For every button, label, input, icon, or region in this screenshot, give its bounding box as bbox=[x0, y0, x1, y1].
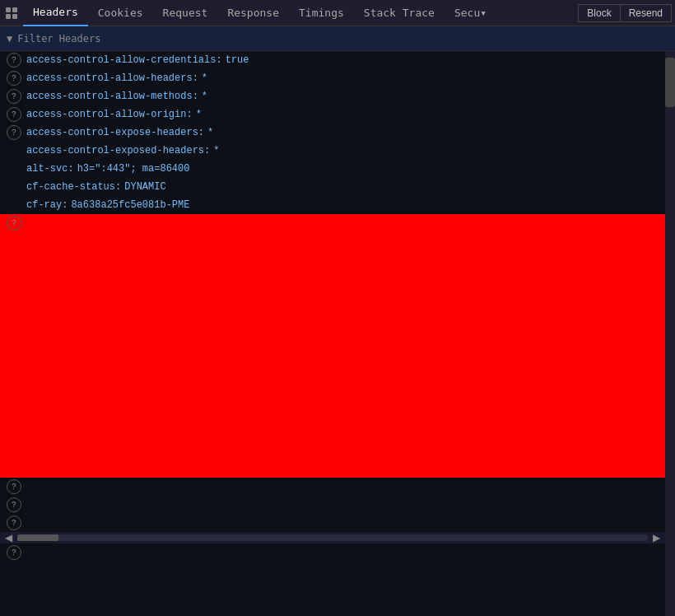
header-row: ? access-control-expose-headers: * bbox=[0, 124, 675, 142]
help-icon[interactable]: ? bbox=[7, 479, 21, 494]
tab-response[interactable]: Response bbox=[217, 0, 289, 26]
filter-label: Filter Headers bbox=[17, 33, 100, 44]
help-icon[interactable]: ? bbox=[7, 107, 21, 122]
header-row: ? bbox=[0, 478, 675, 496]
resend-button[interactable]: Resend bbox=[620, 4, 672, 22]
svg-rect-0 bbox=[6, 7, 11, 12]
scroll-right-button[interactable]: ▶ bbox=[648, 530, 665, 545]
header-row: ? access-control-allow-origin: * bbox=[0, 105, 675, 124]
help-icon[interactable]: ? bbox=[7, 125, 21, 140]
header-row: ? bbox=[0, 496, 675, 514]
tab-request[interactable]: Request bbox=[153, 0, 218, 26]
svg-rect-1 bbox=[12, 7, 17, 12]
headers-content[interactable]: ? access-control-allow-credentials: true… bbox=[0, 51, 675, 616]
vertical-scrollbar[interactable] bbox=[665, 51, 675, 616]
red-overlay-container: ? ? ? ? bbox=[0, 214, 675, 532]
tab-stack-trace[interactable]: Stack Trace bbox=[354, 0, 445, 26]
tab-actions: Block Resend bbox=[578, 4, 672, 22]
header-row: ? access-control-allow-headers: * bbox=[0, 69, 675, 87]
tab-security[interactable]: Secu▾ bbox=[445, 0, 496, 26]
header-row: access-control-exposed-headers: * bbox=[0, 142, 675, 160]
header-row: cf-ray: 8a638a25fc5e081b-PME bbox=[0, 196, 675, 214]
help-icon[interactable]: ? bbox=[7, 89, 21, 104]
help-icon[interactable]: ? bbox=[7, 545, 21, 560]
help-icon[interactable]: ? bbox=[7, 516, 21, 530]
header-row: ? access-control-allow-credentials: true bbox=[0, 51, 675, 69]
svg-rect-3 bbox=[12, 14, 17, 19]
block-button[interactable]: Block bbox=[578, 4, 619, 22]
tab-timings[interactable]: Timings bbox=[289, 0, 354, 26]
header-row: alt-svc: h3=":443"; ma=86400 bbox=[0, 160, 675, 178]
help-icon[interactable]: ? bbox=[7, 216, 21, 231]
help-icon[interactable]: ? bbox=[7, 71, 21, 86]
tab-bar: Headers Cookies Request Response Timings… bbox=[0, 0, 675, 26]
tab-cookies[interactable]: Cookies bbox=[88, 0, 153, 26]
header-row: ? bbox=[0, 544, 675, 562]
tab-headers[interactable]: Headers bbox=[23, 0, 88, 26]
header-row: cf-cache-status: DYNAMIC bbox=[0, 178, 675, 196]
v-scrollbar-thumb[interactable] bbox=[665, 58, 675, 107]
header-row-partial: ? bbox=[0, 214, 675, 232]
scroll-left-button[interactable]: ◀ bbox=[0, 530, 17, 545]
filter-icon: ▼ bbox=[7, 33, 12, 44]
header-row: ? access-control-allow-methods: * bbox=[0, 87, 675, 105]
header-row: ? bbox=[0, 514, 675, 532]
red-block bbox=[0, 214, 665, 478]
help-icon[interactable]: ? bbox=[7, 497, 21, 512]
filter-bar: ▼ Filter Headers bbox=[0, 26, 675, 51]
horizontal-scrollbar[interactable]: ◀ ▶ bbox=[0, 532, 665, 544]
tab-bar-icon bbox=[3, 5, 20, 21]
help-icon[interactable]: ? bbox=[7, 53, 21, 68]
svg-rect-2 bbox=[6, 14, 11, 19]
h-scrollbar-thumb[interactable] bbox=[17, 534, 58, 541]
